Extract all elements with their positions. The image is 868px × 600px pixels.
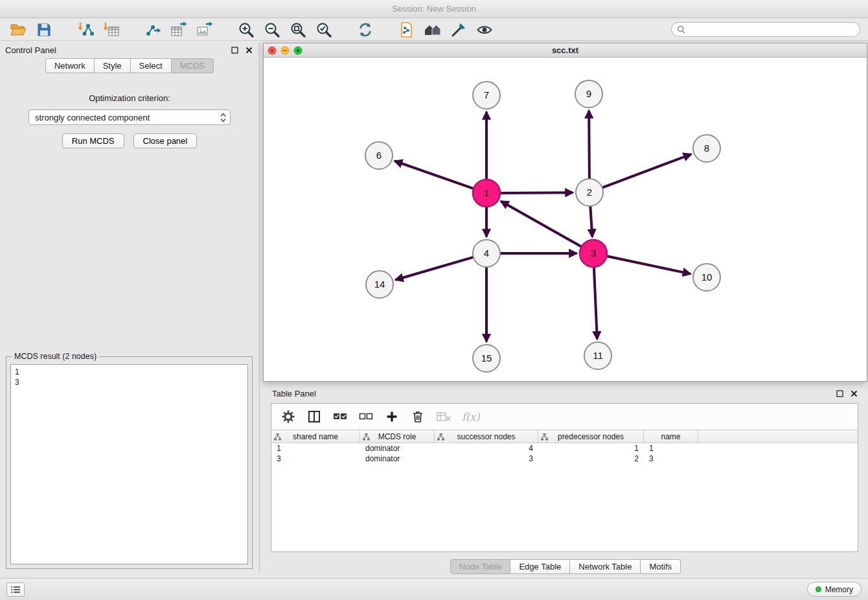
float-table-panel-icon[interactable]: [834, 388, 845, 398]
search-input[interactable]: [689, 25, 854, 35]
table-panel-header: Table Panel: [263, 385, 868, 402]
graph-edge-3-10[interactable]: [607, 256, 690, 273]
show-columns-icon[interactable]: [306, 409, 322, 424]
show-graphics-details-icon[interactable]: [474, 20, 495, 40]
tab-mcds[interactable]: MCDS: [172, 58, 214, 73]
zoom-window-button[interactable]: [294, 47, 302, 54]
unselect-all-columns-icon[interactable]: [358, 409, 374, 424]
table-cell: dominator: [360, 444, 435, 453]
table-cell: 1: [644, 444, 698, 453]
control-panel-header: Control Panel: [0, 41, 259, 58]
column-header-successor-nodes[interactable]: successor nodes: [435, 430, 538, 443]
tab-network[interactable]: Network: [45, 58, 95, 73]
table-settings-gear-icon[interactable]: [280, 409, 296, 424]
tab-edge-table[interactable]: Edge Table: [510, 559, 570, 574]
table-cell: 1: [538, 444, 644, 453]
graph-edge-2-3[interactable]: [590, 206, 592, 236]
close-window-button[interactable]: [268, 47, 276, 54]
tab-style[interactable]: Style: [95, 58, 131, 73]
table-row[interactable]: 3dominator323: [271, 454, 858, 464]
graph-edge-4-14[interactable]: [396, 257, 474, 280]
control-panel: Control Panel Network Style Select MCDS …: [0, 41, 260, 573]
export-network-icon[interactable]: [143, 20, 163, 40]
table-row[interactable]: 1dominator411: [271, 443, 858, 454]
graph-edge-3-11[interactable]: [594, 267, 597, 338]
table-panel: Table Panel: [263, 385, 868, 577]
export-table-icon[interactable]: [168, 20, 189, 40]
column-header-shared-name[interactable]: shared name: [271, 430, 360, 443]
refresh-icon[interactable]: [355, 20, 376, 40]
graph-node-label: 6: [376, 150, 382, 161]
attribute-icon: [437, 433, 444, 441]
attribute-icon: [363, 433, 370, 441]
tab-node-table[interactable]: Node Table: [450, 559, 511, 574]
optimization-criterion-select[interactable]: strongly connected component: [29, 110, 231, 125]
network-canvas[interactable]: 7968124314101511: [264, 58, 867, 381]
export-image-icon[interactable]: [194, 20, 215, 40]
graph-node-label: 15: [481, 352, 492, 363]
table-cell: dominator: [360, 454, 435, 463]
show-panels-button[interactable]: [6, 583, 25, 597]
zoom-in-icon[interactable]: [236, 20, 257, 40]
close-panel-button[interactable]: Close panel: [133, 133, 198, 148]
graph-edge-1-2[interactable]: [500, 192, 572, 193]
graph-node-label: 10: [702, 271, 713, 283]
main-toolbar: [0, 19, 868, 41]
window-title: Session: New Session: [392, 4, 475, 14]
window-titlebar: Session: New Session: [0, 0, 868, 18]
control-panel-title: Control Panel: [5, 45, 56, 55]
graph-node-label: 8: [704, 143, 709, 154]
column-header-name[interactable]: name: [644, 430, 698, 443]
home-overview-icon[interactable]: [422, 20, 443, 40]
run-mcds-button[interactable]: Run MCDS: [62, 133, 124, 148]
graph-node-label: 3: [591, 248, 596, 259]
close-table-panel-icon[interactable]: [849, 388, 859, 398]
open-file-icon[interactable]: [8, 20, 29, 40]
network-view-window: scc.txt 7968124314101511: [263, 43, 867, 382]
graph-node-label: 1: [484, 187, 489, 198]
graph-edge-2-9[interactable]: [589, 111, 589, 179]
graph-node-label: 2: [587, 187, 592, 198]
attribute-icon: [274, 433, 281, 441]
table-rows: 1dominator4113dominator323: [271, 443, 858, 551]
tab-select[interactable]: Select: [131, 58, 172, 73]
column-header-predecessor-nodes[interactable]: predecessor nodes: [538, 430, 644, 443]
table-toolbar: f(x): [271, 404, 858, 430]
select-all-columns-icon[interactable]: [332, 409, 348, 424]
network-window-titlebar: scc.txt: [264, 43, 867, 58]
table-cell: 4: [435, 444, 538, 453]
mcds-result-title: MCDS result (2 nodes): [12, 352, 99, 361]
graph-edge-3-1[interactable]: [502, 202, 582, 246]
list-icon: [11, 586, 21, 594]
float-panel-icon[interactable]: [229, 45, 240, 55]
control-panel-tabs: Network Style Select MCDS: [0, 58, 259, 73]
zoom-out-icon[interactable]: [262, 20, 282, 40]
save-session-icon[interactable]: [34, 20, 54, 40]
close-panel-icon[interactable]: [244, 45, 254, 55]
delete-table-icon-disabled: [436, 409, 451, 424]
mcds-result-list[interactable]: 1 3: [10, 364, 248, 564]
create-column-icon[interactable]: [384, 409, 400, 424]
memory-button[interactable]: Memory: [807, 582, 862, 597]
column-header-mcds-role[interactable]: MCDS role: [360, 430, 435, 443]
search-box[interactable]: [671, 22, 860, 37]
graph-edge-2-8[interactable]: [602, 155, 691, 188]
tab-motifs[interactable]: Motifs: [641, 559, 681, 574]
delete-column-icon[interactable]: [410, 409, 426, 424]
minimize-window-button[interactable]: [281, 47, 289, 54]
zoom-selected-icon[interactable]: [314, 20, 334, 40]
apply-style-icon[interactable]: [448, 20, 469, 40]
mcds-result-item: 1: [15, 367, 244, 377]
network-window-title: scc.txt: [264, 45, 867, 55]
table-cell: 1: [271, 444, 360, 453]
mcds-result-item: 3: [15, 377, 244, 387]
graph-edge-1-6[interactable]: [396, 161, 474, 189]
import-table-icon[interactable]: [101, 20, 122, 40]
import-network-icon[interactable]: [75, 20, 96, 40]
graph-node-label: 4: [484, 248, 489, 259]
tab-network-table[interactable]: Network Table: [570, 559, 641, 574]
copy-network-doc-icon[interactable]: [396, 20, 417, 40]
zoom-fit-icon[interactable]: [288, 20, 308, 40]
optimization-criterion-label: Optimization criterion:: [0, 93, 259, 103]
selected-criterion: strongly connected component: [35, 113, 220, 122]
